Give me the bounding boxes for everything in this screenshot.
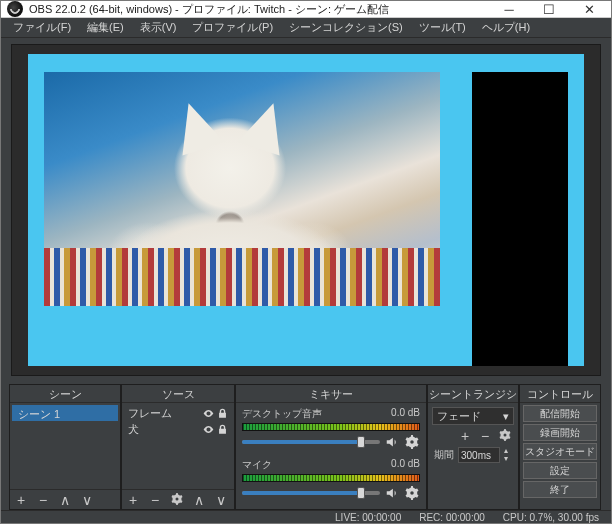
duration-input[interactable] <box>458 447 500 463</box>
gear-icon[interactable] <box>404 485 420 501</box>
status-live: LIVE: 00:00:00 <box>335 512 401 523</box>
menu-view[interactable]: 表示(V) <box>132 18 185 37</box>
menu-scene-collection[interactable]: シーンコレクション(S) <box>281 18 411 37</box>
menu-profile[interactable]: プロファイル(P) <box>184 18 281 37</box>
preview-area[interactable] <box>11 44 601 376</box>
mixer-channel: デスクトップ音声 0.0 dB <box>242 407 420 450</box>
remove-scene-button[interactable]: − <box>36 493 50 507</box>
scene-item[interactable]: シーン 1 <box>12 405 118 421</box>
source-item-label: フレーム <box>128 406 200 420</box>
speaker-icon[interactable] <box>384 485 400 501</box>
settings-button[interactable]: 設定 <box>523 462 597 479</box>
status-cpu: CPU: 0.7%, 30.00 fps <box>503 512 599 523</box>
duration-label: 期間 <box>434 448 454 462</box>
source-dog-video[interactable] <box>44 72 440 306</box>
mixer-meter <box>242 474 420 482</box>
maximize-button[interactable]: ☐ <box>529 1 569 17</box>
panel-mixer: ミキサー デスクトップ音声 0.0 dB マイク <box>235 384 427 510</box>
statusbar: LIVE: 00:00:00 REC: 00:00:00 CPU: 0.7%, … <box>1 510 611 523</box>
close-button[interactable]: ✕ <box>569 1 609 17</box>
visibility-icon[interactable] <box>202 423 214 435</box>
panel-scenes-title: シーン <box>10 385 120 403</box>
mixer-channel-db: 0.0 dB <box>391 407 420 421</box>
menu-edit[interactable]: 編集(E) <box>79 18 132 37</box>
panel-transitions-title: シーントランジション <box>428 385 518 403</box>
remove-transition-button[interactable]: − <box>478 429 492 443</box>
visibility-icon[interactable] <box>202 407 214 419</box>
mixer-channel-name: デスクトップ音声 <box>242 407 322 421</box>
scene-down-button[interactable]: ∨ <box>80 493 94 507</box>
source-black-box[interactable] <box>472 72 568 366</box>
source-item[interactable]: フレーム <box>124 405 232 421</box>
transition-properties-button[interactable] <box>498 429 512 443</box>
source-item-label: 犬 <box>128 422 200 436</box>
preview-canvas[interactable] <box>28 54 584 366</box>
source-up-button[interactable]: ∧ <box>192 493 206 507</box>
studio-mode-button[interactable]: スタジオモード <box>523 443 597 460</box>
panel-scenes: シーン シーン 1 + − ∧ ∨ <box>9 384 121 510</box>
minimize-button[interactable]: ─ <box>489 1 529 17</box>
menu-tools[interactable]: ツール(T) <box>411 18 474 37</box>
start-record-button[interactable]: 録画開始 <box>523 424 597 441</box>
scene-up-button[interactable]: ∧ <box>58 493 72 507</box>
gear-icon[interactable] <box>404 434 420 450</box>
add-transition-button[interactable]: + <box>458 429 472 443</box>
add-source-button[interactable]: + <box>126 493 140 507</box>
volume-slider[interactable] <box>242 440 380 444</box>
volume-slider[interactable] <box>242 491 380 495</box>
source-down-button[interactable]: ∨ <box>214 493 228 507</box>
remove-source-button[interactable]: − <box>148 493 162 507</box>
start-stream-button[interactable]: 配信開始 <box>523 405 597 422</box>
panel-controls: コントロール 配信開始 録画開始 スタジオモード 設定 終了 <box>519 384 601 510</box>
app-logo-icon <box>7 1 23 17</box>
panel-transitions: シーントランジション フェード ▾ + − 期間 ▴▾ <box>427 384 519 510</box>
mixer-channel-db: 0.0 dB <box>391 458 420 472</box>
menu-help[interactable]: ヘルプ(H) <box>474 18 538 37</box>
menubar: ファイル(F) 編集(E) 表示(V) プロファイル(P) シーンコレクション(… <box>1 18 611 38</box>
speaker-icon[interactable] <box>384 434 400 450</box>
window-title: OBS 22.0.2 (64-bit, windows) - プロファイル: T… <box>29 2 489 17</box>
panel-sources-title: ソース <box>122 385 234 403</box>
lock-icon[interactable] <box>216 407 228 419</box>
chevron-down-icon: ▾ <box>503 410 509 423</box>
panel-sources: ソース フレーム 犬 + − ∧ ∨ <box>121 384 235 510</box>
lock-icon[interactable] <box>216 423 228 435</box>
titlebar: OBS 22.0.2 (64-bit, windows) - プロファイル: T… <box>1 1 611 18</box>
stepper-icon[interactable]: ▴▾ <box>504 447 508 463</box>
panel-mixer-title: ミキサー <box>236 385 426 403</box>
exit-button[interactable]: 終了 <box>523 481 597 498</box>
status-rec: REC: 00:00:00 <box>419 512 485 523</box>
transition-select[interactable]: フェード ▾ <box>432 407 514 425</box>
source-properties-button[interactable] <box>170 493 184 507</box>
mixer-channel: マイク 0.0 dB <box>242 458 420 501</box>
mixer-channel-name: マイク <box>242 458 272 472</box>
panel-controls-title: コントロール <box>520 385 600 403</box>
source-item[interactable]: 犬 <box>124 421 232 437</box>
menu-file[interactable]: ファイル(F) <box>5 18 79 37</box>
transition-selected-label: フェード <box>437 409 481 424</box>
mixer-meter <box>242 423 420 431</box>
add-scene-button[interactable]: + <box>14 493 28 507</box>
